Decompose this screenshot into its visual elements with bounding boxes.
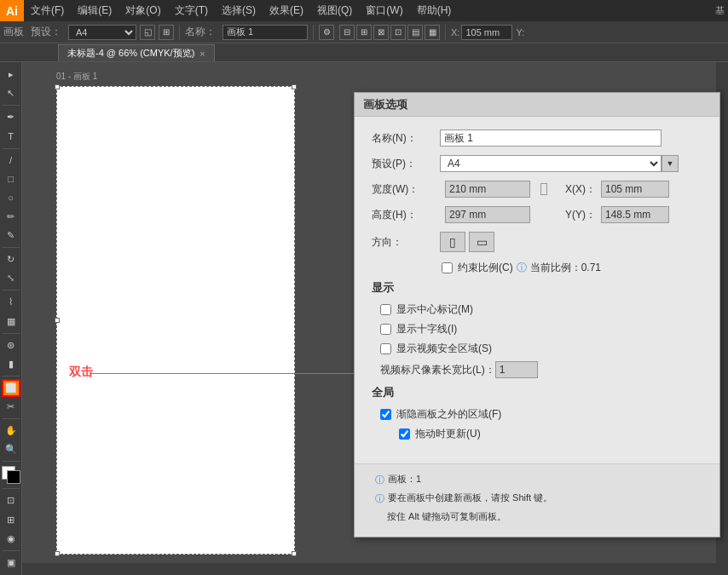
toolbar-sep3 bbox=[445, 25, 446, 40]
x-input[interactable] bbox=[601, 181, 669, 198]
preset-select[interactable]: A4 bbox=[68, 25, 136, 40]
info-icon: ⓘ bbox=[517, 261, 527, 275]
color-swatch[interactable] bbox=[2, 466, 20, 484]
x-input[interactable] bbox=[461, 25, 512, 40]
center-mark-row: 显示中心标记(M) bbox=[372, 302, 702, 317]
tool-sep8 bbox=[3, 461, 20, 462]
center-mark-checkbox[interactable] bbox=[380, 304, 391, 315]
video-ratio-input[interactable] bbox=[495, 361, 538, 378]
grid-btn5[interactable]: ▤ bbox=[407, 25, 423, 40]
height-label: 高度(H)： bbox=[372, 208, 440, 222]
tool-graph[interactable]: ▦ bbox=[2, 313, 20, 331]
x-label: X(X)： bbox=[558, 182, 596, 197]
tool-type[interactable]: T bbox=[2, 127, 20, 145]
background-color[interactable] bbox=[7, 470, 20, 484]
orient-portrait[interactable]: ▯ bbox=[440, 232, 465, 252]
tool-rotate[interactable]: ↻ bbox=[2, 250, 20, 268]
preset-select[interactable]: A4 bbox=[440, 155, 662, 172]
tool-extra1[interactable]: ⊞ bbox=[2, 511, 20, 529]
tool-rect[interactable]: □ bbox=[2, 170, 20, 188]
tool-symbol[interactable]: ⊛ bbox=[2, 336, 20, 354]
tool-extra2[interactable]: ◉ bbox=[2, 530, 20, 548]
menu-file[interactable]: 文件(F) bbox=[24, 0, 71, 21]
menu-help[interactable]: 帮助(H) bbox=[410, 0, 459, 21]
tool-direct-select[interactable]: ↖ bbox=[2, 84, 20, 102]
update-checkbox[interactable] bbox=[399, 428, 410, 440]
tool-artboard[interactable]: ⬜ bbox=[2, 379, 20, 397]
grid-btn2[interactable]: ⊞ bbox=[356, 25, 372, 40]
update-label: 拖动时更新(U) bbox=[415, 427, 481, 441]
preset-row: 预设(P)： A4 ▼ bbox=[372, 155, 702, 172]
tool-slice[interactable]: ✂ bbox=[2, 398, 20, 416]
toolbar-sep1 bbox=[179, 25, 180, 40]
artboard-label: 01 - 画板 1 bbox=[56, 71, 97, 83]
scroll-horizontal[interactable] bbox=[22, 563, 716, 575]
crosshair-checkbox[interactable] bbox=[380, 324, 391, 335]
tool-pencil[interactable]: ✎ bbox=[2, 227, 20, 244]
center-mark-label: 显示中心标记(M) bbox=[396, 302, 473, 317]
menu-window[interactable]: 窗口(W) bbox=[359, 0, 409, 21]
preset-dropdown-btn[interactable]: ▼ bbox=[662, 155, 679, 172]
constrain-checkbox[interactable] bbox=[442, 262, 453, 273]
active-tab[interactable]: 未标题-4 @ 66% (CMYK/预览) × bbox=[58, 44, 215, 61]
info-icon2: ⓘ bbox=[375, 492, 384, 505]
name-input[interactable] bbox=[222, 25, 308, 40]
tool-ellipse[interactable]: ○ bbox=[2, 189, 20, 207]
height-input[interactable] bbox=[445, 206, 530, 223]
toolbar-settings[interactable]: ⚙ bbox=[319, 25, 334, 40]
preset-btn2[interactable]: ⊞ bbox=[159, 25, 174, 40]
toolbar: 画板 预设： A4 ◱ ⊞ 名称： ⚙ ⊟ ⊞ ⊠ ⊡ ▤ ▦ X: Y: bbox=[0, 21, 728, 43]
name-input[interactable] bbox=[440, 129, 662, 147]
tool-screen-mode[interactable]: ⊡ bbox=[2, 492, 20, 509]
tool-scale[interactable]: ⤡ bbox=[2, 269, 20, 287]
display-section-title: 显示 bbox=[372, 280, 702, 296]
menu-select[interactable]: 选择(S) bbox=[215, 0, 263, 21]
tool-warp[interactable]: ⌇ bbox=[2, 293, 20, 311]
height-row: 高度(H)： Y(Y)： bbox=[372, 206, 702, 223]
annotation: 双击 bbox=[69, 365, 93, 380]
y-input[interactable] bbox=[601, 206, 669, 223]
menu-items: 文件(F) 编辑(E) 对象(O) 文字(T) 选择(S) 效果(E) 视图(Q… bbox=[24, 0, 458, 21]
tool-select[interactable]: ▸ bbox=[2, 66, 20, 83]
y-label: Y(Y)： bbox=[558, 208, 596, 222]
tool-monitor[interactable]: ▣ bbox=[2, 554, 20, 572]
grid-btn6[interactable]: ▦ bbox=[425, 25, 440, 40]
name-label: 名称： bbox=[185, 25, 216, 39]
width-row: 宽度(W)： X(X)： bbox=[372, 181, 702, 198]
crosshair-row: 显示十字线(I) bbox=[372, 322, 702, 336]
menu-edit[interactable]: 编辑(E) bbox=[71, 0, 118, 21]
tool-line[interactable]: / bbox=[2, 151, 20, 169]
tool-sep6 bbox=[3, 376, 20, 377]
tab-title: 未标题-4 @ 66% (CMYK/预览) bbox=[67, 47, 194, 60]
link-icon bbox=[535, 183, 552, 195]
fade-checkbox[interactable] bbox=[380, 409, 391, 420]
grid-btn4[interactable]: ⊡ bbox=[390, 25, 406, 40]
annotation-text: 双击 bbox=[69, 365, 93, 378]
left-toolbar: ▸ ↖ ✒ T / □ ○ ✏ ✎ ↻ ⤡ ⌇ ▦ ⊛ ▮ ⬜ ✂ ✋ 🔍 ⊡ bbox=[0, 62, 22, 575]
tab-close[interactable]: × bbox=[199, 49, 205, 59]
grid-btn1[interactable]: ⊟ bbox=[339, 25, 355, 40]
arrow-line bbox=[90, 373, 371, 374]
menu-object[interactable]: 对象(O) bbox=[118, 0, 167, 21]
handle-tr bbox=[292, 84, 297, 89]
tool-bar-graph[interactable]: ▮ bbox=[2, 355, 20, 373]
preset-btn1[interactable]: ◱ bbox=[140, 25, 155, 40]
tool-zoom[interactable]: 🔍 bbox=[2, 440, 20, 458]
toolbar-sep2 bbox=[313, 25, 314, 40]
x-coord: X: bbox=[451, 25, 512, 40]
orient-row: 方向： ▯ ▭ bbox=[372, 232, 702, 252]
video-safe-checkbox[interactable] bbox=[380, 343, 391, 354]
grid-btn3[interactable]: ⊠ bbox=[373, 25, 389, 40]
width-input[interactable] bbox=[445, 181, 530, 198]
tool-hand[interactable]: ✋ bbox=[2, 422, 20, 440]
menu-view[interactable]: 视图(Q) bbox=[310, 0, 359, 21]
menu-effect[interactable]: 效果(E) bbox=[263, 0, 310, 21]
menu-text[interactable]: 文字(T) bbox=[168, 0, 215, 21]
y-label: Y: bbox=[516, 27, 524, 37]
dialog-body: 名称(N)： 预设(P)： A4 ▼ 宽度(W)： X(X bbox=[355, 117, 719, 459]
info-create-row: ⓘ 要在画板中创建新画板，请按 Shift 键。 bbox=[372, 492, 702, 505]
global-section-title: 全局 bbox=[372, 385, 702, 400]
orient-landscape[interactable]: ▭ bbox=[469, 232, 494, 252]
tool-brush[interactable]: ✏ bbox=[2, 208, 20, 226]
tool-pen[interactable]: ✒ bbox=[2, 108, 20, 126]
